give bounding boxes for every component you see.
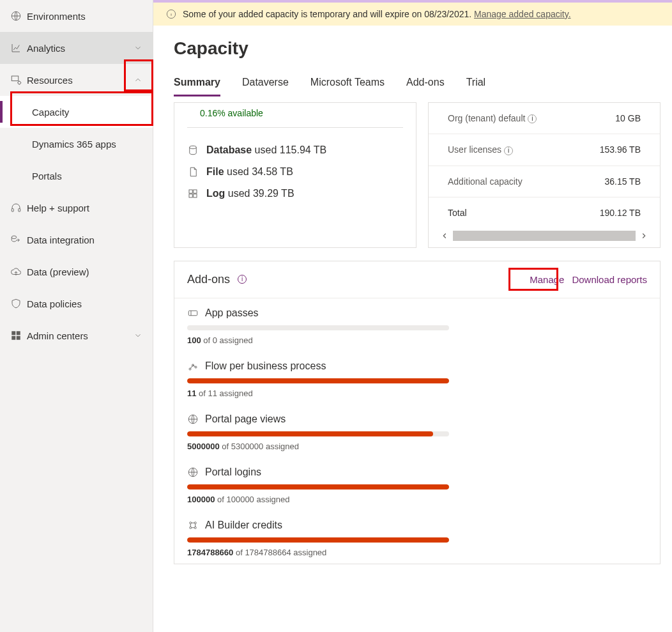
nav-resources[interactable]: Resources [0,64,153,96]
addon-portal-logins: Portal logins 100000 of 100000 assigned [174,458,660,511]
addon-name: Portal logins [205,466,261,478]
usage-file: File used 34.58 TB [174,161,416,183]
shield-icon [10,298,27,309]
addon-progress [187,537,449,543]
svg-point-5 [11,236,17,239]
info-icon[interactable]: i [504,146,513,155]
addon-usage-text: 100 of 0 assigned [187,335,647,345]
globe-icon [187,413,199,425]
main: Some of your added capacity is temporary… [153,0,672,632]
nav-label: Data (preview) [27,266,142,277]
tab-trial[interactable]: Trial [466,77,486,96]
tab-summary[interactable]: Summary [174,77,220,96]
addon-progress [187,378,449,383]
nav-portals[interactable]: Portals [0,160,153,192]
addon-progress [187,484,449,489]
manage-link[interactable]: Manage [530,274,564,285]
data-integration-icon [10,234,27,245]
nav-label: Help + support [27,203,142,213]
nav-label: Portals [32,171,142,181]
source-additional-capacity: Additional capacity 36.15 TB [429,166,660,197]
svg-rect-12 [189,190,192,193]
tabs: Summary Dataverse Microsoft Teams Add-on… [153,59,672,97]
chevron-down-icon [134,331,142,340]
usage-database: Database used 115.94 TB [174,139,416,161]
file-icon [187,166,199,178]
log-icon [187,188,199,199]
usage-log: Log used 39.29 TB [174,183,416,219]
addon-progress [187,431,449,436]
info-icon[interactable]: i [238,275,247,284]
ai-icon [187,520,199,531]
svg-point-25 [194,527,196,528]
nav-label: Admin centers [27,330,134,341]
source-total: Total 190.12 TB [429,197,660,228]
nav-label: Data integration [27,235,142,245]
tab-microsoft-teams[interactable]: Microsoft Teams [310,77,385,96]
addon-ai-builder-credits: AI Builder credits 1784788660 of 1784788… [174,511,660,564]
sources-card: Org (tenant) defaulti 10 GB User license… [428,102,661,248]
tab-add-ons[interactable]: Add-ons [406,77,445,96]
svg-rect-15 [194,194,197,197]
horizontal-scrollbar[interactable] [429,228,660,247]
globe-icon [187,466,199,478]
resources-icon [10,74,27,86]
addon-name: App passes [205,307,259,319]
source-org-default: Org (tenant) defaulti 10 GB [429,103,660,134]
addon-name: Portal page views [205,413,286,425]
addon-flow-per-business-process: Flow per business process 11 of 11 assig… [174,351,660,405]
svg-point-2 [18,81,21,84]
page-title: Capacity [153,26,672,59]
nav-label: Resources [27,75,134,86]
svg-rect-8 [11,336,15,340]
nav-help-support[interactable]: Help + support [0,192,153,224]
info-icon [166,9,176,19]
nav-label: Dynamics 365 apps [32,139,142,150]
addon-name: Flow per business process [205,360,326,372]
download-reports-link[interactable]: Download reports [572,274,647,285]
svg-point-23 [194,521,196,523]
nav-admin-centers[interactable]: Admin centers [0,320,153,351]
chart-icon [10,42,27,54]
addons-card: Add-ons i Manage Download reports App pa… [174,261,661,564]
nav-data-integration[interactable]: Data integration [0,224,153,256]
nav-data-policies[interactable]: Data policies [0,288,153,320]
addon-name: AI Builder credits [205,520,282,531]
headset-icon [10,202,27,213]
info-banner: Some of your added capacity is temporary… [153,3,672,26]
addon-progress [187,325,449,330]
flow-icon [187,360,199,372]
chevron-up-icon [134,75,142,84]
nav-analytics[interactable]: Analytics [0,32,153,64]
svg-rect-4 [19,209,20,212]
nav-label: Capacity [32,107,142,118]
addons-title: Add-ons i [187,273,247,286]
nav-data-preview[interactable]: Data (preview) [0,256,153,288]
addon-app-passes: App passes 100 of 0 assigned [174,298,660,351]
nav-label: Analytics [27,43,134,54]
chevron-down-icon [134,43,142,52]
svg-point-11 [190,146,197,149]
globe-icon [10,10,27,22]
tab-dataverse[interactable]: Dataverse [242,77,289,96]
nav-environments[interactable]: Environments [0,0,153,32]
info-icon[interactable]: i [528,114,537,123]
svg-rect-3 [11,209,13,212]
addon-usage-text: 11 of 11 assigned [187,389,647,398]
sidebar: Environments Analytics Resources Capacit… [0,0,153,632]
cloud-icon [10,266,27,277]
nav-dynamics365[interactable]: Dynamics 365 apps [0,128,153,160]
banner-link[interactable]: Manage added capacity. [474,9,571,19]
addon-usage-text: 100000 of 100000 assigned [187,495,647,504]
addon-usage-text: 5000000 of 5300000 assigned [187,442,647,451]
svg-rect-13 [194,190,197,193]
storage-used-card: 0.16% available Database used 115.94 TB … [174,102,416,248]
svg-rect-1 [11,76,19,81]
addon-usage-text: 1784788660 of 1784788664 assigned [187,548,647,557]
nav-capacity[interactable]: Capacity [0,96,153,128]
available-percent: 0.16% available [174,103,416,127]
svg-rect-7 [17,331,20,335]
database-icon [187,144,199,156]
banner-text: Some of your added capacity is temporary… [183,9,571,19]
addon-portal-page-views: Portal page views 5000000 of 5300000 ass… [174,405,660,458]
